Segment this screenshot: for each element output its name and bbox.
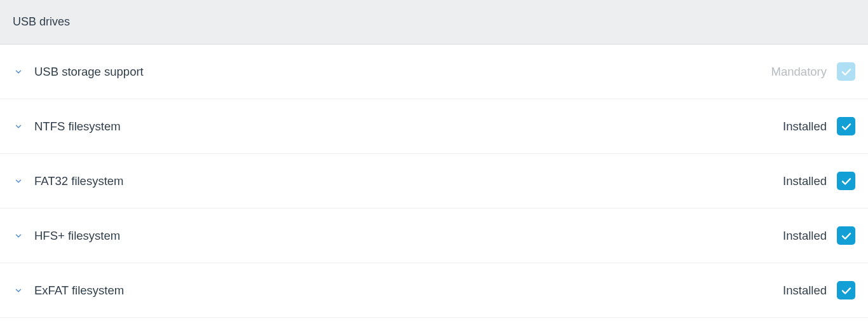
checkbox[interactable] bbox=[837, 226, 855, 245]
row-right: Installed bbox=[783, 281, 855, 299]
section-header: USB drives bbox=[0, 0, 868, 45]
item-label: NTFS filesystem bbox=[34, 120, 121, 134]
item-label: ExFAT filesystem bbox=[34, 284, 124, 298]
chevron-down-icon[interactable] bbox=[14, 231, 23, 240]
checkbox bbox=[837, 62, 855, 81]
item-label: USB storage support bbox=[34, 65, 144, 79]
row-right: Installed bbox=[783, 117, 855, 135]
list-item[interactable]: FAT32 filesystemInstalled bbox=[0, 154, 868, 209]
status-text: Installed bbox=[783, 120, 827, 134]
status-text: Installed bbox=[783, 284, 827, 298]
chevron-down-icon[interactable] bbox=[14, 286, 23, 295]
list-item[interactable]: ExFAT filesystemInstalled bbox=[0, 263, 868, 318]
row-left: NTFS filesystem bbox=[14, 120, 783, 134]
checkbox[interactable] bbox=[837, 172, 855, 190]
row-left: HFS+ filesystem bbox=[14, 229, 783, 243]
row-left: USB storage support bbox=[14, 65, 771, 79]
list-item[interactable]: NTFS filesystemInstalled bbox=[0, 99, 868, 154]
status-text: Installed bbox=[783, 229, 827, 243]
list-item[interactable]: USB storage supportMandatory bbox=[0, 45, 868, 99]
row-right: Installed bbox=[783, 172, 855, 190]
row-right: Mandatory bbox=[771, 62, 855, 81]
chevron-down-icon[interactable] bbox=[14, 177, 23, 186]
row-right: Installed bbox=[783, 226, 855, 245]
row-left: FAT32 filesystem bbox=[14, 174, 783, 188]
row-left: ExFAT filesystem bbox=[14, 284, 783, 298]
status-text: Installed bbox=[783, 174, 827, 188]
chevron-down-icon[interactable] bbox=[14, 67, 23, 76]
chevron-down-icon[interactable] bbox=[14, 122, 23, 131]
item-label: FAT32 filesystem bbox=[34, 174, 124, 188]
section-title: USB drives bbox=[13, 15, 70, 28]
checkbox[interactable] bbox=[837, 281, 855, 299]
list-item[interactable]: HFS+ filesystemInstalled bbox=[0, 209, 868, 263]
status-text: Mandatory bbox=[771, 65, 827, 79]
checkbox[interactable] bbox=[837, 117, 855, 135]
item-label: HFS+ filesystem bbox=[34, 229, 120, 243]
